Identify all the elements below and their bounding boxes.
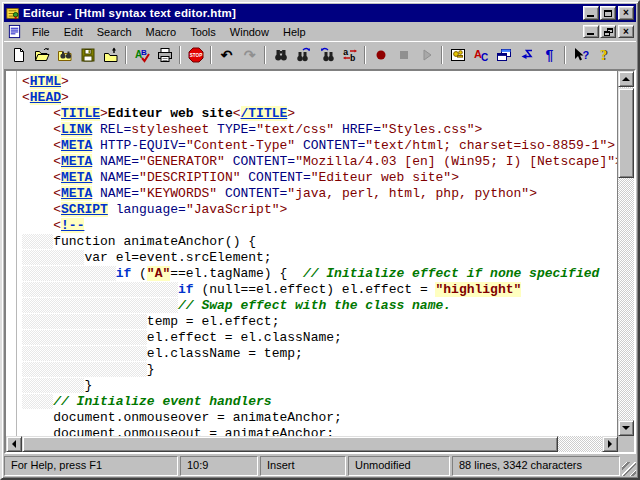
spell-check-button[interactable]: A B [130,44,153,66]
macro-stop-icon [396,47,412,63]
redo-icon: ↷ [244,47,256,63]
code-line: } [22,378,617,394]
code-line: function animateAnchor() { [22,234,617,250]
menu-window[interactable]: Window [223,24,276,40]
status-help-text: For Help, press F1 [4,456,178,476]
toolbar-separator [179,46,181,64]
stop-button[interactable]: STOP [184,44,207,66]
find-next-button[interactable] [292,44,315,66]
title-bar: Editeur - [Html syntax text editor.htm] … [4,4,636,22]
arrow-down-icon [622,426,630,434]
status-bar: For Help, press F1 10:9 Insert Unmodifie… [4,454,636,476]
code-line: <TITLE>Editeur web site</TITLE> [22,106,617,122]
code-line: el.effect = el.className; [22,330,617,346]
new-file-button[interactable] [7,44,30,66]
toolbar-separator [364,46,366,64]
minimize-icon [587,15,594,17]
syntax-colors-button[interactable]: A C [469,44,492,66]
find-in-files-button[interactable] [53,44,76,66]
document-icon[interactable] [7,24,22,39]
print-button[interactable] [153,44,176,66]
save-file-button[interactable] [76,44,99,66]
code-line: } [22,362,617,378]
code-line: // Initialize event handlers [22,394,617,410]
help-button[interactable]: ? ? [592,44,615,66]
replace-button[interactable]: a b [338,44,361,66]
record-icon [373,47,389,63]
toolbar-separator [564,46,566,64]
code-line: el.className = temp; [22,346,617,362]
scroll-down-button[interactable] [618,420,634,436]
svg-text:?: ? [600,48,607,63]
menu-tools[interactable]: Tools [183,24,223,40]
minimize-button[interactable] [583,6,599,20]
vertical-scroll-thumb[interactable] [618,88,634,178]
toolbar-separator [125,46,127,64]
menu-macro[interactable]: Macro [139,24,184,40]
scroll-right-button[interactable] [602,436,618,452]
new-file-icon [11,47,27,63]
code-line: <META HTTP-EQUIV="Content-Type" CONTENT=… [22,138,617,154]
mdi-minimize-button[interactable] [583,25,599,38]
show-paragraphs-button[interactable]: ¶ [538,44,561,66]
editor-pane: <HTML><HEAD> <TITLE>Editeur web site</TI… [4,69,636,454]
maximize-button[interactable] [600,6,616,20]
vertical-scrollbar[interactable] [618,71,634,436]
close-icon: × [623,8,629,18]
code-line: temp = el.effect; [22,314,617,330]
context-help-button[interactable]: ? [569,44,592,66]
toolbar-separator [264,46,266,64]
horizontal-scrollbar[interactable] [6,436,618,452]
editeur-window: Editeur - [Html syntax text editor.htm] … [0,0,640,480]
macro-play-button[interactable] [415,44,438,66]
code-line: if (null==el.effect) el.effect = "highli… [22,282,617,298]
scroll-left-button[interactable] [6,436,22,452]
svg-text:STOP: STOP [189,53,201,58]
redo-button[interactable]: ↷ [238,44,261,66]
replace-icon: a b [342,47,358,63]
resize-grip[interactable] [622,462,636,476]
undo-icon: ↶ [221,47,233,63]
code-line: <META NAME="DESCRIPTION" CONTENT="Editeu… [22,170,617,186]
spell-check-icon: A B [134,47,150,63]
text-area[interactable]: <HTML><HEAD> <TITLE>Editeur web site</TI… [6,71,618,436]
mdi-restore-button[interactable] [600,25,616,38]
code-line: var el=event.srcElement; [22,250,617,266]
menu-edit[interactable]: Edit [57,24,90,40]
mdi-minimize-icon [587,33,594,35]
code-line: <META NAME="KEYWORDS" CONTENT="java, per… [22,186,617,202]
code-line: <LINK REL=stylesheet TYPE="text/css" HRE… [22,122,617,138]
code-line: <!-- [22,218,617,234]
horizontal-scroll-thumb[interactable] [22,436,558,452]
find-next-icon [296,47,312,63]
pilcrow-icon: ¶ [546,47,554,63]
menu-search[interactable]: Search [90,24,139,40]
undo-button[interactable]: ↶ [215,44,238,66]
menu-help[interactable]: Help [276,24,313,40]
menu-bar: File Edit Search Macro Tools Window Help… [4,22,636,41]
preferences-button[interactable] [446,44,469,66]
stop-sign-icon: STOP [188,47,204,63]
svg-text:?: ? [582,49,589,61]
close-button[interactable]: × [618,6,634,20]
goto-button[interactable] [515,44,538,66]
open-file-button[interactable] [30,44,53,66]
find-previous-button[interactable] [315,44,338,66]
cascade-windows-icon [496,47,512,63]
mdi-restore-icon [604,28,613,36]
find-in-files-icon [57,47,73,63]
close-file-button[interactable] [99,44,122,66]
status-insert-mode: Insert [260,456,346,476]
macro-stop-button[interactable] [392,44,415,66]
mdi-close-button[interactable]: × [618,25,634,38]
macro-record-button[interactable] [369,44,392,66]
svg-text:a: a [343,48,349,58]
cascade-windows-button[interactable] [492,44,515,66]
code-line: <META NAME="GENERATOR" CONTENT="Mozilla/… [22,154,617,170]
find-previous-icon [319,47,335,63]
open-file-icon [34,47,50,63]
menu-file[interactable]: File [25,24,57,40]
scroll-up-button[interactable] [618,71,634,87]
print-icon [157,47,173,63]
find-button[interactable] [269,44,292,66]
